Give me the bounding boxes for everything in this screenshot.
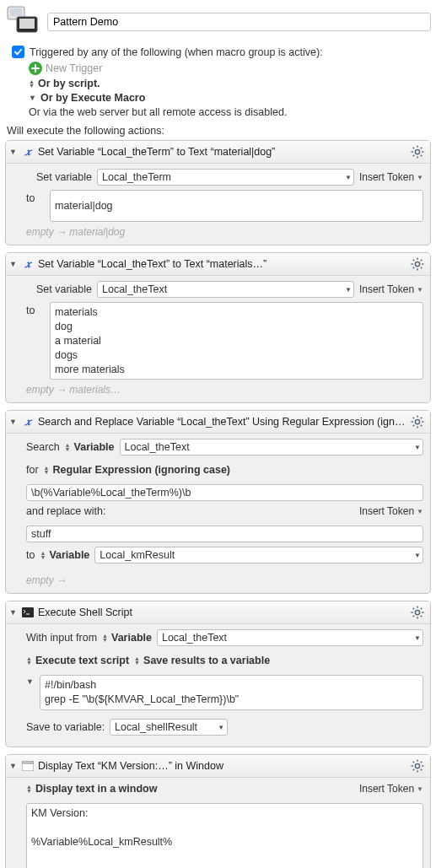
insert-token-button[interactable]: Insert Token▼	[359, 783, 423, 795]
search-label: Search	[26, 441, 60, 453]
execute-label: Will execute the following actions:	[7, 125, 431, 137]
disclosure-icon[interactable]: ▼	[29, 94, 37, 102]
gear-icon[interactable]	[410, 605, 425, 620]
search-variable-input[interactable]: Local_theText ▼	[120, 439, 424, 456]
variable-value-input[interactable]: material|dog	[50, 190, 423, 222]
regex-mode-popup[interactable]: ▲▼Regular Expression (ignoring case)	[44, 464, 230, 476]
set-variable-label: Set variable	[26, 171, 92, 183]
gear-icon[interactable]	[410, 758, 425, 774]
or-by-execute-macro[interactable]: Or by Execute Macro	[40, 92, 145, 104]
or-via-webserver: Or via the web server but all remote acc…	[29, 106, 287, 118]
variable-name-input[interactable]: Local_theText ▼	[97, 281, 354, 298]
display-mode-popup[interactable]: ▲▼Display text in a window	[26, 783, 157, 795]
chevron-down-icon[interactable]: ▼	[218, 725, 224, 730]
svg-point-6	[415, 420, 419, 424]
pattern-input[interactable]: \b(%Variable%Local_theTerm%)\b	[26, 484, 423, 501]
replace-value-input[interactable]: stuff	[26, 526, 423, 542]
hint-empty: empty	[26, 226, 54, 238]
svg-point-5	[415, 261, 419, 266]
variable-value-input[interactable]: materials dog a material dogs more mater…	[50, 302, 423, 380]
svg-rect-1	[10, 8, 22, 16]
replace-with-label: and replace with:	[26, 505, 106, 517]
action-search-replace: ▼ 𝑥 Search and Replace Variable “Local_t…	[5, 410, 431, 594]
dest-mode-popup[interactable]: ▲▼Variable	[40, 549, 89, 561]
action-set-variable-thetext: ▼ 𝑥 Set Variable “Local_theText” to Text…	[5, 252, 431, 403]
action-title: Search and Replace Variable “Local_theTe…	[38, 416, 406, 428]
input-mode-popup[interactable]: ▲▼Variable	[102, 632, 152, 644]
insert-token-button[interactable]: Insert Token▼	[359, 171, 423, 183]
variable-icon: 𝑥	[21, 415, 35, 429]
disclosure-icon[interactable]: ▼	[9, 260, 18, 268]
svg-rect-7	[22, 607, 34, 617]
macro-title-input[interactable]	[47, 13, 431, 31]
new-trigger-label: New Trigger	[46, 62, 102, 74]
save-to-variable-label: Save to variable:	[26, 721, 105, 733]
gear-icon[interactable]	[410, 414, 425, 429]
or-by-script-popup[interactable]: ▲▼ Or by script.	[29, 78, 100, 89]
variable-icon: 𝑥	[21, 257, 35, 271]
insert-token-button[interactable]: Insert Token▼	[359, 283, 423, 295]
chevron-down-icon[interactable]: ▼	[414, 636, 421, 640]
hint-result: materials…	[69, 384, 121, 396]
dest-variable-input[interactable]: Local_kmResult ▼	[94, 547, 423, 563]
to-label: to	[26, 190, 45, 204]
action-display-text: ▼ Display Text “KM Version:…” in Window …	[5, 754, 431, 868]
display-text-input[interactable]: KM Version: %Variable%Local_kmResult% --…	[26, 803, 423, 868]
gear-icon[interactable]	[410, 256, 425, 272]
script-disclosure-icon[interactable]: ▼	[26, 675, 35, 686]
action-set-variable-theterm: ▼ 𝑥 Set Variable “Local_theTerm” to Text…	[5, 140, 431, 245]
to-label: to	[26, 302, 45, 316]
disclosure-icon[interactable]: ▼	[9, 762, 18, 770]
svg-rect-11	[22, 761, 34, 763]
disclosure-icon[interactable]: ▼	[9, 608, 18, 617]
script-text-input[interactable]: #!/bin/bash grep -E "\b(${KMVAR_Local_th…	[40, 675, 423, 710]
action-title: Set Variable “Local_theText” to Text “ma…	[38, 258, 406, 270]
chevron-down-icon[interactable]: ▼	[345, 288, 352, 292]
svg-point-12	[415, 764, 419, 768]
chevron-down-icon[interactable]: ▼	[414, 445, 421, 450]
action-title: Execute Shell Script	[38, 607, 406, 618]
to-label: to	[26, 549, 35, 561]
disclosure-icon[interactable]: ▼	[9, 148, 18, 156]
svg-point-9	[415, 611, 419, 615]
window-icon	[21, 759, 35, 773]
save-mode-popup[interactable]: ▲▼Save results to a variable	[134, 655, 270, 666]
variable-icon: 𝑥	[21, 145, 35, 159]
trigger-enabled-checkbox[interactable]	[12, 46, 24, 58]
action-title: Display Text “KM Version:…” in Window	[38, 760, 406, 772]
chevron-down-icon[interactable]: ▼	[345, 175, 352, 180]
save-variable-input[interactable]: Local_shellResult ▼	[110, 719, 228, 736]
set-variable-label: Set variable	[26, 283, 92, 295]
action-execute-shell-script: ▼ Execute Shell Script With input from ▲…	[5, 601, 431, 747]
macro-icon	[5, 5, 39, 39]
search-source-popup[interactable]: ▲▼Variable	[65, 441, 115, 453]
gear-icon[interactable]	[410, 144, 425, 159]
terminal-icon	[21, 606, 35, 619]
add-trigger-button[interactable]	[29, 62, 42, 75]
with-input-from-label: With input from	[26, 632, 97, 644]
for-label: for	[26, 464, 39, 476]
hint-empty: empty	[26, 574, 54, 586]
svg-rect-3	[19, 19, 35, 29]
svg-point-4	[415, 149, 419, 154]
insert-token-button[interactable]: Insert Token▼	[359, 505, 423, 517]
execute-mode-popup[interactable]: ▲▼Execute text script	[26, 655, 129, 666]
hint-empty: empty	[26, 384, 54, 396]
disclosure-icon[interactable]: ▼	[9, 418, 18, 426]
trigger-label: Triggered by any of the following (when …	[30, 46, 323, 58]
variable-name-input[interactable]: Local_theTerm ▼	[97, 169, 354, 186]
action-title: Set Variable “Local_theTerm” to Text “ma…	[38, 146, 406, 158]
chevron-down-icon[interactable]: ▼	[414, 553, 421, 558]
hint-result: material|dog	[69, 226, 125, 238]
input-variable-input[interactable]: Local_theText ▼	[157, 629, 423, 646]
